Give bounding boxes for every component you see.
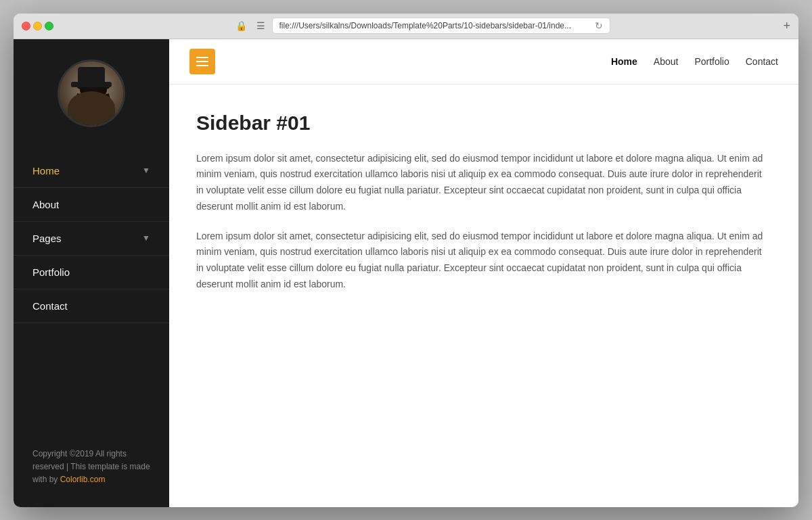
topnav-link-contact[interactable]: Contact — [746, 56, 778, 67]
svg-point-8 — [96, 95, 99, 98]
sidebar-footer: Copyright ©2019 All rights reserved | Th… — [14, 434, 169, 507]
sidebar-item-home-label: Home — [32, 165, 60, 176]
url-bar[interactable]: file:///Users/silkalns/Downloads/Templat… — [272, 18, 610, 34]
reload-button[interactable]: ↻ — [595, 20, 603, 31]
topnav-link-portfolio[interactable]: Portfolio — [694, 56, 729, 67]
pages-arrow-icon: ▼ — [142, 233, 150, 243]
hamburger-icon — [196, 57, 208, 66]
titlebar-right: + — [770, 19, 790, 33]
paragraph-1: Lorem ipsum dolor sit amet, consectetur … — [196, 151, 771, 215]
page-body: Sidebar #01 Lorem ipsum dolor sit amet, … — [169, 85, 798, 507]
browser-titlebar: 🔒 ☰ file:///Users/silkalns/Downloads/Tem… — [14, 14, 798, 39]
svg-point-1 — [70, 109, 117, 125]
hat-decoration — [71, 67, 112, 87]
list-icon[interactable]: ☰ — [254, 19, 268, 32]
svg-point-7 — [88, 95, 91, 98]
titlebar-center: 🔒 ☰ file:///Users/silkalns/Downloads/Tem… — [78, 18, 765, 34]
page-title: Sidebar #01 — [196, 112, 771, 135]
sidebar-item-about-label: About — [32, 199, 59, 210]
sidebar-item-contact[interactable]: Contact — [14, 289, 169, 323]
close-button[interactable] — [22, 22, 30, 30]
traffic-lights — [22, 22, 53, 30]
new-tab-button[interactable]: + — [783, 19, 790, 33]
avatar-image — [60, 62, 123, 125]
minimize-button[interactable] — [33, 22, 42, 30]
sidebar-nav: Home ▼ About Pages ▼ Portfolio Contact — [14, 154, 169, 323]
sidebar-item-contact-label: Contact — [32, 300, 68, 312]
lock-icon[interactable]: 🔒 — [233, 19, 250, 32]
sidebar-item-portfolio-label: Portfolio — [32, 266, 70, 278]
avatar — [58, 60, 125, 127]
browser-window: 🔒 ☰ file:///Users/silkalns/Downloads/Tem… — [14, 14, 798, 507]
url-text: file:///Users/silkalns/Downloads/Templat… — [279, 21, 591, 30]
sidebar: Home ▼ About Pages ▼ Portfolio Contact — [14, 39, 169, 507]
sidebar-item-pages-label: Pages — [32, 233, 62, 244]
sidebar-item-home[interactable]: Home ▼ — [14, 154, 169, 188]
maximize-button[interactable] — [45, 22, 53, 30]
browser-content: Home ▼ About Pages ▼ Portfolio Contact — [14, 39, 798, 507]
sidebar-item-portfolio[interactable]: Portfolio — [14, 256, 169, 289]
topnav-link-home[interactable]: Home — [611, 56, 637, 67]
colorlib-link[interactable]: Colorlib.com — [60, 475, 106, 484]
top-nav-links: Home About Portfolio Contact — [611, 56, 778, 67]
svg-rect-2 — [89, 101, 97, 110]
paragraph-2: Lorem ipsum dolor sit amet, consectetur … — [196, 229, 771, 293]
topnav-link-about[interactable]: About — [654, 56, 679, 67]
sidebar-item-about[interactable]: About — [14, 188, 169, 222]
sidebar-item-pages[interactable]: Pages ▼ — [14, 222, 169, 256]
top-nav: Home About Portfolio Contact — [169, 39, 798, 85]
hamburger-button[interactable] — [189, 49, 215, 74]
home-arrow-icon: ▼ — [142, 166, 150, 175]
main-content: Home About Portfolio Contact Sidebar #01… — [169, 39, 798, 507]
